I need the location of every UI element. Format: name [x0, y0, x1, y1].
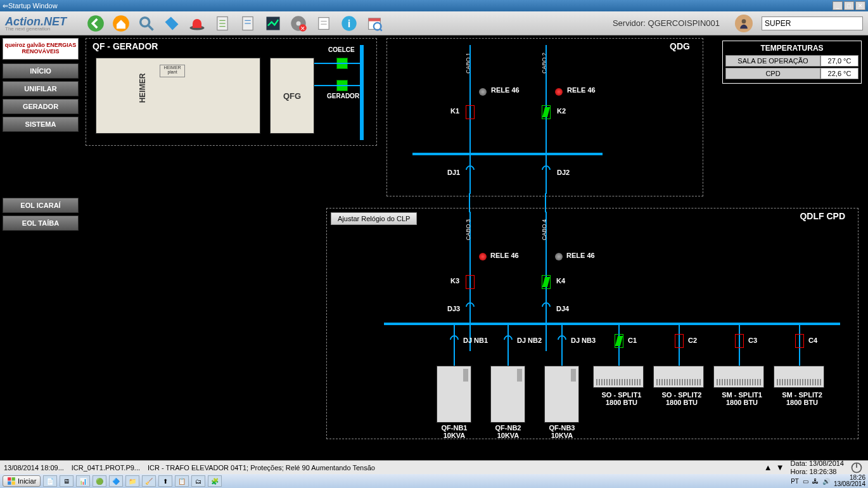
scroll-up-icon[interactable]: ▲ [764, 463, 772, 472]
label-cabo4: CABO 4 [541, 219, 547, 240]
task-icon-5[interactable]: 🔷 [109, 475, 123, 487]
status-bar: 13/08/2014 18:09... ICR_04T1.PROT.P9... … [0, 460, 868, 474]
panel-title: QDLF CPD [800, 211, 845, 221]
sidebar-btn-inicio[interactable]: INÍCIO [3, 63, 79, 79]
user-input[interactable] [762, 16, 863, 30]
sidebar: queiroz galvão ENERGIAS RENOVÁVEIS INÍCI… [0, 35, 82, 460]
k3-label: K3 [450, 277, 459, 285]
tag-button[interactable] [160, 13, 183, 34]
alarm-button[interactable] [186, 13, 208, 34]
djnb3-label: DJ NB3 [571, 337, 596, 344]
tray-clock[interactable]: 18:26 13/08/2014 [834, 475, 865, 487]
rele46-k3-icon [479, 253, 487, 260]
temp-value: 22,6 °C [820, 68, 858, 79]
home-button[interactable] [110, 13, 132, 34]
generator-brand: HEIMER [138, 74, 147, 103]
sidebar-btn-gerador[interactable]: GERADOR [3, 99, 79, 114]
maximize-button[interactable]: □ [844, 1, 854, 10]
scroll-down-icon[interactable]: ▼ [776, 463, 784, 472]
task-icon-10[interactable]: 🗂 [191, 475, 205, 487]
dj2-breaker[interactable] [540, 164, 552, 176]
temps-title: TEMPERATURAS [725, 44, 858, 53]
panel-qf-gerador: QF - GERADOR HEIMER HEIMER plant QFG COE… [86, 38, 377, 146]
info-button[interactable]: i [338, 13, 361, 34]
ac-sm-split2 [774, 366, 824, 388]
tray-network-icon[interactable]: 🖧 [812, 478, 819, 485]
breaker-k4[interactable] [542, 275, 551, 289]
dj3-breaker[interactable] [464, 300, 476, 313]
djnb3-breaker[interactable] [556, 333, 568, 346]
temp-label: SALA DE OPERAÇÃO [725, 55, 820, 67]
breaker-c2[interactable] [675, 334, 684, 348]
status-time: 13/08/2014 18:09... [4, 464, 64, 472]
calendar-button[interactable] [363, 13, 386, 34]
sidebar-btn-sistema[interactable]: SISTEMA [3, 117, 79, 132]
task-icon-9[interactable]: 📋 [175, 475, 189, 487]
rele46-k4-icon [555, 253, 563, 260]
temp-label: CPD [725, 68, 820, 79]
rele46-k2-label: RELE 46 [567, 86, 596, 94]
task-icon-8[interactable]: ⬆ [158, 475, 172, 487]
ac-sm-split1 [713, 366, 764, 388]
breaker-k2[interactable] [542, 105, 551, 119]
search-button[interactable] [135, 13, 158, 34]
svg-rect-23 [369, 18, 381, 21]
minimize-button[interactable]: _ [833, 1, 843, 10]
svg-rect-31 [8, 482, 11, 485]
windows-icon [7, 477, 16, 485]
report2-button[interactable] [236, 13, 259, 34]
report1-button[interactable] [211, 13, 234, 34]
qf-nb1-label: QF-NB110KVA [432, 424, 476, 439]
app-logo: Action.NET The next generation [5, 15, 67, 32]
tray-flag-icon[interactable]: ▭ [803, 478, 808, 485]
company-logo: queiroz galvão ENERGIAS RENOVÁVEIS [3, 38, 79, 60]
djnb2-breaker[interactable] [502, 333, 514, 346]
breaker-k3[interactable] [466, 275, 475, 289]
user-avatar-icon[interactable] [735, 15, 753, 32]
breaker-c4[interactable] [795, 334, 804, 348]
power-button[interactable] [849, 461, 864, 474]
clp-clock-button[interactable]: Ajustar Relógio do CLP [331, 212, 417, 225]
task-icon-2[interactable]: 🖥 [60, 475, 73, 487]
close-button[interactable]: ✕ [855, 1, 865, 10]
breaker-c3[interactable] [735, 334, 744, 348]
notes-button[interactable] [312, 13, 335, 34]
k4-label: K4 [556, 277, 565, 285]
dj1-breaker[interactable] [464, 164, 476, 176]
qf-nb1-box [437, 366, 471, 423]
electrical-diagram: QF - GERADOR HEIMER HEIMER plant QFG COE… [86, 38, 865, 458]
task-icon-1[interactable]: 📄 [43, 475, 57, 487]
dj4-label: DJ4 [556, 305, 569, 312]
start-button[interactable]: Iniciar [3, 475, 41, 487]
sidebar-btn-eol-icarai[interactable]: EOL ICARAÍ [3, 198, 79, 213]
breaker-k1[interactable] [466, 105, 475, 119]
qf-nb2-box [490, 366, 525, 423]
tray-lang[interactable]: PT [791, 478, 799, 485]
qfg-box: QFG [270, 58, 314, 134]
system-tray: PT ▭ 🖧 🔊 18:26 13/08/2014 [791, 475, 865, 487]
qf-nb3-label: QF-NB310KVA [540, 424, 584, 439]
disc-button[interactable]: ✕ [287, 13, 310, 34]
svg-rect-17 [319, 17, 329, 29]
djnb2-label: DJ NB2 [517, 337, 542, 344]
svg-point-26 [742, 19, 746, 23]
tray-sound-icon[interactable]: 🔊 [822, 478, 830, 485]
task-icon-4[interactable]: 🟢 [93, 475, 106, 487]
ac-so-split1 [593, 366, 644, 388]
svg-text:i: i [348, 17, 351, 29]
window-title: Startup Window [8, 2, 58, 10]
dj4-breaker[interactable] [540, 300, 552, 313]
breaker-c1[interactable] [615, 334, 623, 348]
svg-text:✕: ✕ [300, 25, 305, 31]
djnb1-breaker[interactable] [448, 333, 461, 346]
fd3 [561, 325, 563, 366]
task-icon-11[interactable]: 🧩 [208, 475, 222, 487]
task-icon-6[interactable]: 📁 [125, 475, 139, 487]
back-button[interactable] [84, 13, 107, 34]
sidebar-btn-eol-taiba[interactable]: EOL TAÍBA [3, 215, 79, 231]
chart-button[interactable] [262, 13, 284, 34]
sidebar-btn-unifilar[interactable]: UNIFILAR [3, 81, 79, 96]
task-icon-7[interactable]: 🧹 [142, 475, 156, 487]
ac-so-split2 [653, 366, 704, 388]
task-icon-3[interactable]: 📊 [76, 475, 90, 487]
